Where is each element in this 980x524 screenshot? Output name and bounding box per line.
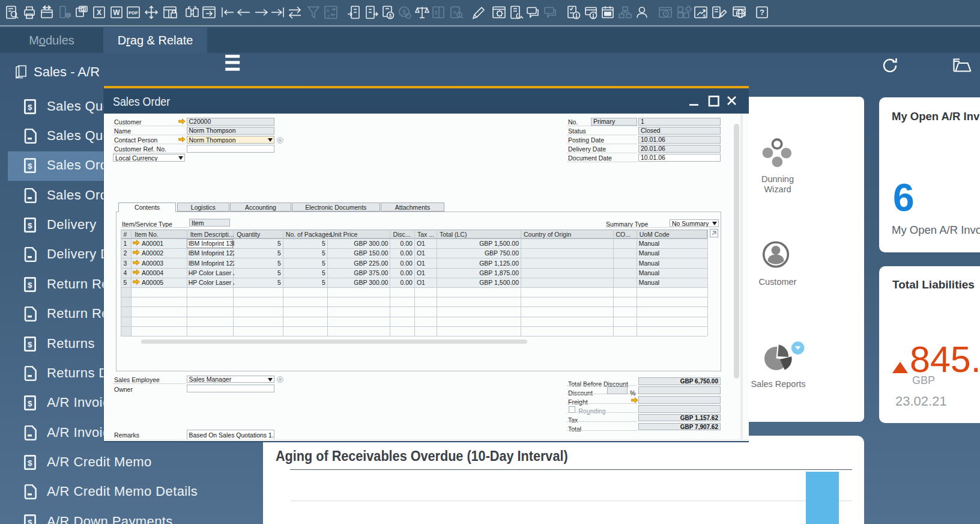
svg-text:$: $ [28, 518, 32, 524]
svg-text:$: $ [28, 281, 32, 290]
svg-text:$: $ [28, 399, 32, 408]
svg-text:$: $ [28, 458, 32, 468]
svg-text:$: $ [28, 221, 32, 230]
svg-text:$: $ [28, 162, 32, 171]
svg-text:$: $ [28, 103, 32, 112]
svg-text:$: $ [28, 340, 32, 349]
